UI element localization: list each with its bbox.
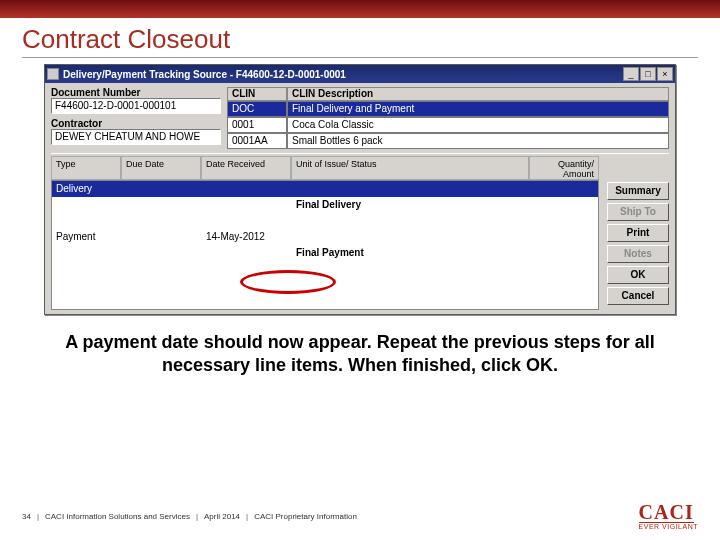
clin-cell-num: DOC bbox=[227, 101, 287, 117]
shipto-button[interactable]: Ship To bbox=[607, 203, 669, 221]
table-row[interactable]: Delivery bbox=[52, 181, 598, 197]
cell-received bbox=[202, 245, 292, 261]
cell-type bbox=[52, 245, 122, 261]
col-unit-status: Unit of Issue/ Status bbox=[291, 156, 529, 180]
cell-due bbox=[122, 197, 202, 213]
logo-tagline: EVER VIGILANT bbox=[639, 523, 698, 530]
clin-cell-num: 0001AA bbox=[227, 133, 287, 149]
clin-panel: CLIN Number CLIN Description DOC Final D… bbox=[227, 87, 669, 149]
cell-type: Delivery bbox=[52, 181, 122, 197]
grid-header: Type Due Date Date Received Unit of Issu… bbox=[51, 156, 599, 180]
clin-row[interactable]: 0001AA Small Bottles 6 pack bbox=[227, 133, 669, 149]
label-doc-number: Document Number bbox=[51, 87, 221, 98]
clin-cell-desc: Final Delivery and Payment bbox=[287, 101, 669, 117]
cell-received: 14-May-2012 bbox=[202, 229, 292, 245]
cell-qty bbox=[528, 245, 598, 261]
caci-logo: CACI EVER VIGILANT bbox=[639, 502, 698, 530]
clin-row[interactable]: 0001 Coca Cola Classic bbox=[227, 117, 669, 133]
maximize-button[interactable]: □ bbox=[640, 67, 656, 81]
col-type: Type bbox=[51, 156, 121, 180]
cell-status: Final Delivery bbox=[292, 197, 528, 213]
clin-header-number: CLIN Number bbox=[227, 87, 287, 101]
page-number: 34 bbox=[22, 512, 31, 521]
cell-qty bbox=[528, 197, 598, 213]
app-window: Delivery/Payment Tracking Source - F4460… bbox=[44, 64, 676, 315]
logo-text: CACI bbox=[639, 502, 694, 523]
app-icon bbox=[47, 68, 59, 80]
cell-qty bbox=[528, 229, 598, 245]
mid-panel: Type Due Date Date Received Unit of Issu… bbox=[45, 156, 675, 314]
field-contractor[interactable]: DEWEY CHEATUM AND HOWE bbox=[51, 129, 221, 145]
cell-due bbox=[122, 245, 202, 261]
summary-button[interactable]: Summary bbox=[607, 182, 669, 200]
cell-qty bbox=[528, 213, 598, 229]
slide-title: Contract Closeout bbox=[0, 18, 720, 55]
cell-qty bbox=[528, 181, 598, 197]
slide-top-bar bbox=[0, 0, 720, 18]
cell-received bbox=[202, 213, 292, 229]
notes-button[interactable]: Notes bbox=[607, 245, 669, 263]
cell-due bbox=[122, 213, 202, 229]
slide-footer: 34 | CACI Information Solutions and Serv… bbox=[0, 502, 720, 530]
document-panel: Document Number F44600-12-D-0001-000101 … bbox=[51, 87, 221, 149]
cell-status bbox=[292, 229, 528, 245]
table-row[interactable]: Payment 14-May-2012 bbox=[52, 229, 598, 245]
footer-org: CACI Information Solutions and Services bbox=[45, 512, 190, 521]
minimize-button[interactable]: _ bbox=[623, 67, 639, 81]
separator: | bbox=[37, 512, 39, 521]
footer-proprietary: CACI Proprietary Information bbox=[254, 512, 357, 521]
cell-status: Final Payment bbox=[292, 245, 528, 261]
cell-received bbox=[202, 181, 292, 197]
col-due-date: Due Date bbox=[121, 156, 201, 180]
separator: | bbox=[246, 512, 248, 521]
print-button[interactable]: Print bbox=[607, 224, 669, 242]
clin-cell-desc: Coca Cola Classic bbox=[287, 117, 669, 133]
title-underline bbox=[22, 57, 698, 58]
slide-caption: A payment date should now appear. Repeat… bbox=[30, 331, 690, 376]
cell-status bbox=[292, 213, 528, 229]
table-row[interactable]: Final Delivery bbox=[52, 197, 598, 213]
cell-type bbox=[52, 197, 122, 213]
field-doc-number[interactable]: F44600-12-D-0001-000101 bbox=[51, 98, 221, 114]
cell-type: Payment bbox=[52, 229, 122, 245]
upper-panel: Document Number F44600-12-D-0001-000101 … bbox=[45, 83, 675, 151]
cell-type bbox=[52, 213, 122, 229]
separator: | bbox=[196, 512, 198, 521]
label-contractor: Contractor bbox=[51, 118, 221, 129]
clin-row[interactable]: DOC Final Delivery and Payment bbox=[227, 101, 669, 117]
clin-cell-desc: Small Bottles 6 pack bbox=[287, 133, 669, 149]
table-row[interactable]: Final Payment bbox=[52, 245, 598, 261]
cell-received bbox=[202, 197, 292, 213]
divider bbox=[51, 153, 669, 154]
grid-body[interactable]: Delivery Final Delivery bbox=[51, 180, 599, 310]
col-date-received: Date Received bbox=[201, 156, 291, 180]
grid-zone: Type Due Date Date Received Unit of Issu… bbox=[51, 156, 599, 310]
window-title: Delivery/Payment Tracking Source - F4460… bbox=[63, 69, 623, 80]
screenshot-area: Delivery/Payment Tracking Source - F4460… bbox=[44, 64, 676, 315]
button-column: Summary Ship To Print Notes OK Cancel bbox=[607, 156, 669, 310]
clin-header-desc: CLIN Description bbox=[287, 87, 669, 101]
col-qty-amount: Quantity/ Amount bbox=[529, 156, 599, 180]
cell-due bbox=[122, 181, 202, 197]
cell-status bbox=[292, 181, 528, 197]
ok-button[interactable]: OK bbox=[607, 266, 669, 284]
cell-due bbox=[122, 229, 202, 245]
close-button[interactable]: × bbox=[657, 67, 673, 81]
table-row[interactable] bbox=[52, 213, 598, 229]
titlebar: Delivery/Payment Tracking Source - F4460… bbox=[45, 65, 675, 83]
cancel-button[interactable]: Cancel bbox=[607, 287, 669, 305]
footer-date: April 2014 bbox=[204, 512, 240, 521]
clin-cell-num: 0001 bbox=[227, 117, 287, 133]
